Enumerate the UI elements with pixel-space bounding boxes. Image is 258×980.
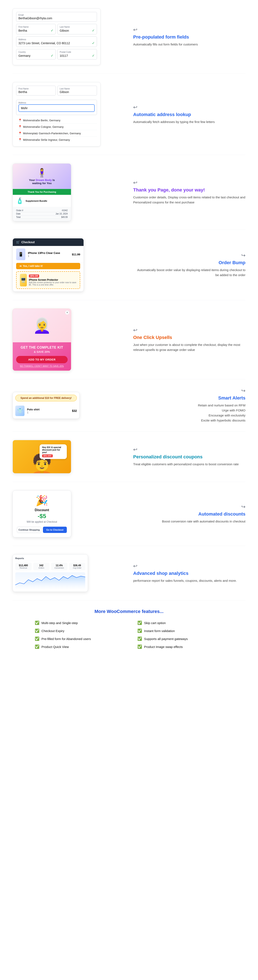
smart-alerts-mockup-container: Spend an additional $10 for FREE deliver…: [13, 392, 125, 419]
last-name-value: Gibson: [60, 29, 69, 32]
table-value-3: $49.99: [61, 216, 68, 218]
alert-product-price: $32: [72, 409, 77, 412]
suggestion-1[interactable]: 📍 Mohrenstraße Berlin, Germany: [16, 117, 97, 124]
continue-shopping-button[interactable]: Continue Shopping: [17, 527, 41, 533]
upsell-mockup-container: ✕ 👩‍🦳 GET THE COMPLETE KIT & SAVE 20% AD…: [13, 309, 125, 371]
add-to-order-button[interactable]: ADD TO MY ORDER: [16, 356, 68, 363]
checkout-item-qty: 1: [28, 255, 60, 258]
upsell-name: iPhone Screen Protector: [29, 278, 76, 282]
suggestion-3[interactable]: 📍 Mohrenplatz Garmisch-Partenkirchen, Ge…: [16, 130, 97, 137]
upsell-image-area: 👩‍🦳: [13, 309, 71, 342]
more-features-section: More WooCommerce features... ✅ Multi-ste…: [0, 600, 258, 657]
discount-buttons: Continue Shopping Go to Checkout: [17, 527, 67, 533]
first-name-check-icon: ✓: [51, 29, 53, 32]
address-check-icon: ✓: [92, 41, 95, 45]
stat-label-2: Orders: [34, 567, 49, 569]
address-input[interactable]: Mohr: [18, 104, 95, 112]
address-row: 3273 Leo Street, Centennial, CO 80112 ✓: [18, 41, 95, 45]
product-emoji: 🧴: [16, 197, 24, 204]
thankyou-order-table: Order # #1042 Date Jan 10, 2024 Total $4…: [13, 207, 71, 221]
discount-amount: -$5: [17, 513, 67, 520]
check-icon-3: ✅: [35, 636, 39, 641]
analytics-desc: performance report for sales funnels, co…: [133, 578, 245, 583]
feature-6: ✅ Instant form validation: [137, 628, 223, 633]
yes-take-it-button[interactable]: ➡ Yes, I will take it!: [16, 263, 80, 269]
chart-svg: [15, 572, 85, 589]
postal-label: Postal Code: [60, 51, 95, 53]
thankyou-mockup: 🧍‍♀️ Your Dream Body Iswaiting for You T…: [13, 164, 71, 221]
thankyou-desc: Customize order details, Display cross-s…: [133, 195, 245, 205]
table-label-3: Total: [16, 216, 21, 218]
address-first-name: First Name Bertha: [16, 86, 56, 95]
stat-value-1: $12,480: [16, 564, 31, 567]
stat-label-4: Avg Order: [70, 567, 84, 569]
check-icon-6: ✅: [137, 628, 142, 633]
table-label-2: Date: [16, 213, 21, 215]
address-suggestions-list: 📍 Mohrenstraße Berlin, Germany 📍 Mohrens…: [16, 117, 97, 143]
smart-alerts-desc: Retain and nurture based on RFM Urge wit…: [133, 403, 245, 423]
section-smart-alerts: ↪ Smart Alerts Retain and nurture based …: [0, 379, 258, 431]
discount-label: Discount: [17, 508, 67, 512]
section-pre-populated: Email BerthaGibson@rhyta.com First Name …: [0, 0, 258, 73]
analytics-stat-1: $12,480 Revenue: [15, 563, 32, 570]
order-bump-title: Order Bump: [133, 260, 245, 266]
upsell-subheadline: & SAVE 20%: [16, 350, 68, 353]
coupon-bubble-text: Hey Eli! A special discount just for you…: [42, 446, 61, 453]
coupon-desc: Treat eligible customers with personaliz…: [133, 462, 245, 467]
country-field: Country Germany ✓: [16, 49, 56, 59]
polo-shirt-img: 👕: [15, 406, 24, 416]
yes-label: Yes, I will take it!: [23, 264, 43, 267]
one-click-desc: Just when your customer is about to comp…: [133, 342, 245, 352]
feature-7-label: Supports all payment gateways: [144, 637, 188, 641]
analytics-stat-4: $36.49 Avg Order: [69, 563, 86, 570]
suggestion-4[interactable]: 📍 Möhrenstraße Strße Ingneur, Germany: [16, 137, 97, 143]
table-value-1: #1042: [62, 209, 68, 212]
feature-2-label: Checkout Expiry: [41, 629, 64, 633]
addr-first-label: First Name: [18, 88, 53, 90]
suggestion-1-text: Mohrenstraße Berlin, Germany: [23, 119, 60, 122]
country-row-inner: Germany ✓: [18, 54, 53, 57]
address-type-field: Address Mohr: [16, 100, 97, 115]
arrow-icon-4: ↪: [133, 253, 245, 258]
stat-value-2: 342: [34, 564, 49, 567]
analytics-title: Advanced shop analytics: [133, 571, 245, 576]
address-label: Address: [18, 38, 95, 41]
feature-7: ✅ Supports all payment gateways: [137, 636, 223, 641]
automated-discounts-title: Automated discounts: [133, 511, 245, 517]
feature-2: ✅ Checkout Expiry: [35, 628, 121, 633]
suggestion-2[interactable]: 📍 Mohrenstraße Cologne, Germany: [16, 124, 97, 130]
first-name-value: Bertha: [18, 29, 27, 32]
pre-populated-desc: Automatically fills out form fields for …: [133, 42, 245, 47]
pre-populated-title: Pre-populated form fields: [133, 34, 245, 40]
thankyou-headline: Your Dream Body Iswaiting for You: [17, 178, 67, 185]
stat-value-4: $36.49: [70, 564, 84, 567]
automated-discounts-text: ↪ Automated discounts Boost conversion r…: [133, 504, 245, 524]
arrow-icon-6: ↪: [133, 388, 245, 394]
postal-check-icon: ✓: [92, 54, 95, 57]
table-row-1: Order # #1042: [16, 209, 68, 212]
smart-alerts-title: Smart Alerts: [133, 395, 245, 401]
analytics-stats: $12,480 Revenue 342 Orders 12.4% Convers…: [15, 563, 85, 570]
upsell-badge: 30% Off: [29, 274, 39, 278]
arrow-icon-5: ↩: [133, 327, 245, 333]
first-name-label: First Name: [18, 26, 53, 28]
upsell-decline-text[interactable]: NO THANKS, I DON'T WANT TO SAVE 20%: [16, 365, 68, 367]
address-lookup-mockup: First Name Bertha Last Name Gibson Addre…: [13, 82, 100, 146]
last-name-field: Last Name Gibson ✓: [57, 24, 97, 34]
address-last-name: Last Name Gibson: [57, 86, 97, 95]
location-icon-2: 📍: [18, 125, 22, 129]
email-field: Email BerthaGibson@rhyta.com: [16, 12, 97, 22]
arrow-icon-3: ↩: [133, 180, 245, 186]
analytics-chart: [15, 572, 85, 589]
checkout-header: 🛒 Checkout: [13, 239, 84, 246]
upsell-mockup: ✕ 👩‍🦳 GET THE COMPLETE KIT & SAVE 20% AD…: [13, 309, 71, 371]
go-to-checkout-button[interactable]: Go to Checkout: [43, 527, 67, 533]
email-value: BerthaGibson@rhyta.com: [18, 17, 95, 20]
check-icon-4: ✅: [35, 644, 39, 649]
feature-3-label: Pre-filled form for Abandoned users: [41, 637, 91, 641]
upsell-close-button[interactable]: ✕: [65, 310, 69, 315]
checkout-item-price: $11.99: [72, 253, 80, 256]
address-value: 3273 Leo Street, Centennial, CO 80112: [18, 41, 70, 45]
thankyou-title: Thank you Page, done your way!: [133, 187, 245, 193]
automated-discounts-desc: Boost conversion rate with automated dis…: [133, 519, 245, 524]
